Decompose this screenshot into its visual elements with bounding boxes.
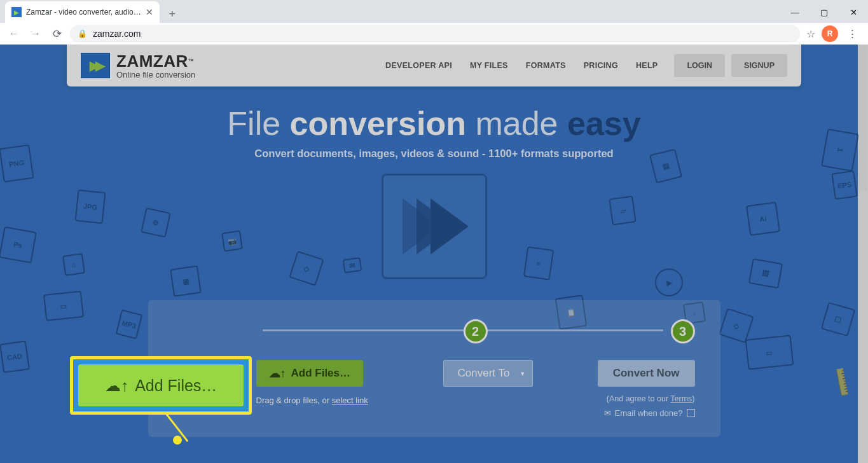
convert-to-label: Convert To	[458, 367, 510, 379]
minimize-button[interactable]: —	[780, 1, 809, 23]
login-button[interactable]: LOGIN	[674, 54, 725, 77]
hero-title-part1: File	[227, 105, 289, 142]
window-controls: — ▢ ✕	[780, 1, 868, 23]
mail-icon: ✉	[604, 408, 611, 418]
step-3-circle: 3	[671, 319, 695, 343]
terms-link[interactable]: Terms	[670, 394, 692, 403]
logo[interactable]: ▶▶ ZAMZAR™ Online file conversion	[81, 53, 195, 79]
page-viewport: PNG JPG Ps ▭ CAD ⚙ ♫ ▣ MP3 📷 ◇ ✉ ≡ 📋 ▱ ▤…	[0, 45, 868, 463]
new-tab-button[interactable]: +	[163, 5, 181, 23]
tab-strip: ▶ Zamzar - video converter, audio… ✕ + —…	[0, 0, 868, 23]
drag-drop-hint: Drag & drop files, or select link	[256, 396, 368, 405]
auth-buttons: LOGIN SIGNUP	[674, 54, 787, 77]
nav-developer-api[interactable]: DEVELOPER API	[385, 61, 452, 70]
browser-menu-icon[interactable]: ⋮	[842, 27, 863, 41]
email-checkbox[interactable]	[687, 409, 695, 417]
lock-icon: 🔒	[78, 29, 87, 38]
email-label: Email when done?	[615, 408, 683, 418]
upload-icon: ☁↑	[105, 377, 129, 395]
forward-button[interactable]: →	[27, 25, 45, 43]
bookmark-icon[interactable]: ☆	[806, 28, 815, 40]
tab-close-icon[interactable]: ✕	[146, 7, 153, 17]
step-2-circle: 2	[464, 319, 488, 343]
doodle-ruler-icon: 📏	[820, 358, 864, 405]
add-files-button[interactable]: ☁↑ Add Files…	[256, 360, 364, 387]
select-link[interactable]: select link	[332, 396, 368, 405]
hero-play-icon	[382, 174, 487, 279]
signup-button[interactable]: SIGNUP	[731, 54, 787, 77]
doodle-box-icon: ▢	[821, 302, 855, 336]
favicon-icon: ▶	[11, 7, 22, 17]
tab-title: Zamzar - video converter, audio…	[26, 8, 141, 17]
email-when-done: ✉ Email when done?	[604, 408, 695, 418]
url-text: zamzar.com	[93, 29, 141, 39]
reload-button[interactable]: ⟳	[48, 25, 66, 43]
agree-prefix: (And agree to our	[607, 394, 671, 403]
hero-title-part2: conversion	[290, 105, 466, 142]
url-input[interactable]: 🔒 zamzar.com	[70, 25, 800, 43]
logo-icon: ▶▶	[81, 53, 110, 78]
upload-icon: ☁↑	[269, 366, 286, 380]
address-bar: ← → ⟳ 🔒 zamzar.com ☆ R ⋮	[0, 23, 868, 45]
convert-to-dropdown[interactable]: Convert To	[443, 360, 534, 387]
back-button[interactable]: ←	[5, 25, 23, 43]
nav-help[interactable]: HELP	[636, 61, 658, 70]
browser-tab[interactable]: ▶ Zamzar - video converter, audio… ✕	[5, 1, 160, 23]
profile-avatar[interactable]: R	[822, 25, 838, 42]
doodle-laptop-icon: ▭	[745, 335, 794, 370]
agree-suffix: )	[692, 394, 694, 403]
hero-title-part4: easy	[567, 105, 641, 142]
doodle-mp3-icon: MP3	[116, 309, 143, 339]
nav-formats[interactable]: FORMATS	[526, 61, 566, 70]
drag-prefix: Drag & drop files, or	[256, 396, 332, 405]
nav-links: DEVELOPER API MY FILES FORMATS PRICING H…	[385, 61, 658, 70]
site-header: ▶▶ ZAMZAR™ Online file conversion DEVELO…	[67, 45, 801, 86]
hero-subtitle: Convert documents, images, videos & soun…	[0, 148, 868, 160]
nav-pricing[interactable]: PRICING	[584, 61, 618, 70]
hero: File conversion made easy Convert docume…	[0, 104, 868, 279]
doodle-diamond-icon: ◇	[719, 308, 754, 343]
close-window-button[interactable]: ✕	[839, 1, 868, 23]
hero-title-part3: made	[466, 105, 567, 142]
doodle-cad-icon: CAD	[0, 340, 30, 373]
brand-tagline: Online file conversion	[116, 71, 195, 79]
terms-agree: (And agree to our Terms)	[607, 394, 695, 403]
trademark: ™	[188, 57, 194, 64]
browser-chrome: ▶ Zamzar - video converter, audio… ✕ + —…	[0, 0, 868, 45]
hero-title: File conversion made easy	[0, 104, 868, 142]
convert-now-button[interactable]: Convert Now	[598, 360, 695, 387]
callout-pointer-dot	[173, 436, 182, 445]
add-files-label: Add Files…	[291, 367, 351, 380]
maximize-button[interactable]: ▢	[809, 1, 839, 23]
doodle-cassette-icon: ▭	[43, 291, 84, 321]
brand-name: ZAMZAR	[116, 52, 188, 71]
nav-my-files[interactable]: MY FILES	[470, 61, 508, 70]
callout-label: Add Files…	[135, 377, 217, 395]
scrollbar-thumb[interactable]	[858, 45, 867, 191]
add-files-callout[interactable]: ☁↑ Add Files…	[70, 356, 252, 415]
